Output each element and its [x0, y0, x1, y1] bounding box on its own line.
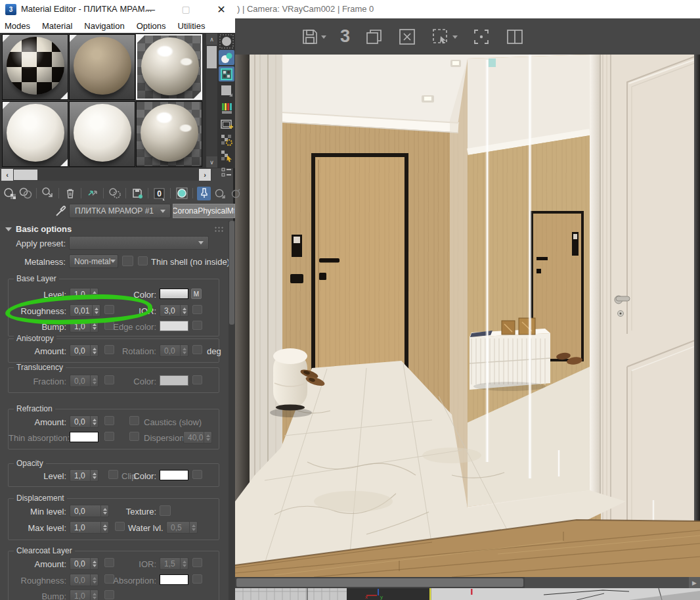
scrollbar-thumb[interactable]: [236, 578, 523, 587]
sample-slot-white-2[interactable]: [69, 101, 135, 167]
opacity-level-spinner[interactable]: 1,0: [70, 469, 98, 482]
opacity-color-swatch[interactable]: [160, 470, 188, 480]
metalness-map-slot-button[interactable]: [122, 256, 133, 266]
spinner-arrows-icon[interactable]: [90, 590, 98, 600]
eyedropper-icon[interactable]: [55, 204, 68, 220]
refraction-amount-spinner[interactable]: 0,0: [70, 415, 98, 428]
scrollbar-thumb[interactable]: [229, 221, 234, 325]
go-to-parent-button[interactable]: [229, 187, 242, 200]
thin-absorption-map-slot-button[interactable]: [104, 432, 114, 441]
rotation-spinner[interactable]: 0,0: [160, 344, 188, 357]
sample-tiling-icon[interactable]: [219, 83, 234, 98]
scrollbar-thumb[interactable]: [207, 46, 217, 68]
absorption-map-slot-button[interactable]: [192, 574, 202, 584]
clearcoat-amount-spinner[interactable]: 0,0: [70, 557, 98, 570]
options-icon[interactable]: [219, 133, 234, 148]
sim-input-output-button[interactable]: [85, 187, 99, 200]
translucency-color-swatch[interactable]: [160, 375, 188, 386]
bump-spinner[interactable]: 1,0: [70, 320, 98, 333]
ior-map-slot-button[interactable]: [192, 305, 202, 314]
spinner-arrows-icon[interactable]: [180, 305, 188, 316]
clearcoat-bump-spinner[interactable]: 1,0: [70, 589, 98, 600]
rotation-map-slot-button[interactable]: [192, 345, 202, 354]
basic-options-rollout-header[interactable]: Basic options: [4, 223, 225, 235]
roughness-spinner[interactable]: 0,01: [70, 304, 100, 317]
translucency-color-map-slot-button[interactable]: [192, 375, 202, 384]
background-toggle-icon[interactable]: [219, 66, 234, 81]
minimize-button[interactable]: —: [139, 0, 162, 18]
backlight-toggle-icon[interactable]: [219, 50, 234, 65]
edge-color-map-slot-button[interactable]: [192, 321, 202, 330]
spinner-arrows-icon[interactable]: [90, 375, 98, 386]
dispersion-checkbox[interactable]: [129, 432, 139, 441]
thin-absorption-swatch[interactable]: [70, 432, 98, 442]
sample-slot-marble-2[interactable]: [136, 101, 202, 167]
show-background-button[interactable]: [175, 187, 188, 200]
clearcoat-ior-map-slot-button[interactable]: [192, 558, 202, 567]
sample-type-sphere-icon[interactable]: [219, 34, 234, 49]
make-unique-button[interactable]: [108, 187, 121, 200]
material-map-navigator-icon[interactable]: [219, 164, 234, 179]
rendered-image[interactable]: [235, 55, 700, 577]
sample-slot-marble-selected[interactable]: [136, 34, 202, 100]
menu-modes[interactable]: Modes: [5, 21, 30, 31]
scroll-down-button[interactable]: ∨: [206, 156, 217, 168]
scrollbar-thumb[interactable]: [14, 170, 37, 180]
save-to-library-button[interactable]: [130, 187, 144, 200]
texture-map-slot-button[interactable]: [160, 505, 171, 516]
scroll-up-button[interactable]: ∧: [206, 34, 217, 45]
viewport-sliver[interactable]: x y: [235, 588, 700, 600]
fraction-spinner[interactable]: 0,0: [70, 375, 98, 387]
base-color-swatch[interactable]: [160, 288, 188, 299]
spinner-arrows-icon[interactable]: [90, 345, 98, 356]
anisotropy-amount-spinner[interactable]: 0,0: [70, 344, 98, 357]
scroll-right-button[interactable]: ›: [199, 169, 211, 181]
titlebar[interactable]: 3 Material Editor - ПЛИТКА МРАМ... — ▢ ✕: [0, 0, 235, 18]
pixel-inspect-button[interactable]: [471, 27, 491, 47]
clearcoat-ior-spinner[interactable]: 1,5: [160, 557, 188, 570]
pick-material-from-object-button[interactable]: [197, 187, 211, 200]
spinner-arrows-icon[interactable]: [100, 522, 108, 533]
ior-spinner[interactable]: 3,0: [160, 304, 188, 317]
scroll-right-button[interactable]: ▶: [689, 577, 700, 588]
duplicate-buffer-button[interactable]: [364, 27, 383, 47]
scrollbar-track[interactable]: [525, 577, 689, 588]
clearcoat-bump-map-slot-button[interactable]: [104, 590, 114, 599]
max-level-spinner[interactable]: 1,0: [70, 521, 109, 534]
sample-slot-wood[interactable]: [69, 34, 135, 100]
palette-vertical-scrollbar[interactable]: ∧ ∨: [206, 34, 217, 168]
sample-slot-white-1[interactable]: [2, 101, 68, 167]
dispersion-spinner[interactable]: 40,0: [183, 431, 212, 444]
material-name-dropdown[interactable]: ПЛИТКА МРАМОР #1: [69, 204, 171, 218]
menu-options[interactable]: Options: [137, 21, 166, 31]
water-level-spinner[interactable]: 0,5: [166, 521, 198, 534]
spinner-arrows-icon[interactable]: [90, 288, 98, 300]
scroll-left-button[interactable]: ‹: [1, 169, 13, 181]
sample-slot-checker[interactable]: [2, 34, 68, 100]
spinner-arrows-icon[interactable]: [90, 470, 98, 481]
get-material-button[interactable]: [3, 187, 16, 200]
thin-shell-checkbox[interactable]: [138, 256, 148, 265]
level-spinner[interactable]: 1,0: [70, 288, 98, 300]
opacity-color-map-slot-button[interactable]: [192, 470, 202, 479]
menu-material[interactable]: Material: [42, 21, 72, 31]
spinner-arrows-icon[interactable]: [180, 558, 188, 569]
render-window-titlebar[interactable]: ) | Camera: VRayCam002 | Frame 0: [235, 0, 700, 18]
spinner-arrows-icon[interactable]: [90, 416, 98, 427]
delete-material-button[interactable]: [63, 187, 77, 200]
select-by-material-icon[interactable]: [219, 149, 234, 164]
apply-preset-dropdown[interactable]: [69, 236, 209, 250]
spinner-arrows-icon[interactable]: [92, 305, 100, 316]
menu-navigation[interactable]: Navigation: [84, 21, 124, 31]
material-class-button[interactable]: CoronaPhysicalMt: [173, 204, 235, 218]
close-button[interactable]: ✕: [210, 0, 232, 18]
spinner-arrows-icon[interactable]: [90, 558, 98, 569]
caustics-checkbox[interactable]: [129, 416, 139, 425]
assign-material-button[interactable]: [41, 187, 55, 200]
refraction-map-slot-button[interactable]: [104, 416, 114, 425]
color-map-button[interactable]: M: [191, 288, 202, 299]
render-history-count[interactable]: 3: [340, 26, 350, 47]
clearcoat-roughness-spinner[interactable]: 0,0: [70, 574, 98, 586]
put-material-to-scene-button[interactable]: [18, 187, 32, 200]
ab-compare-button[interactable]: [505, 27, 525, 47]
